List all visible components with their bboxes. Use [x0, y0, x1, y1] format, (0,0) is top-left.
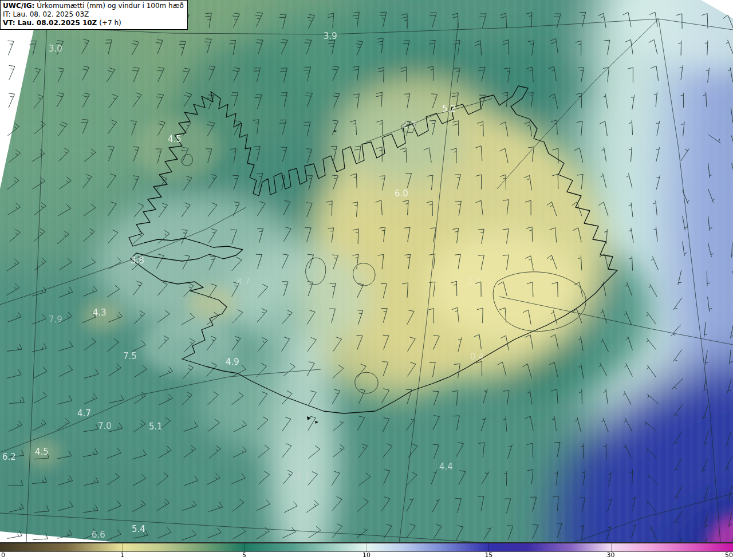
weather-forecast-image: 3.03.94.52.35.26.03.88.74.37.97.54.94.77… — [0, 0, 733, 560]
product-title: Úrkomumætti (mm) og vindur i 100m hæð — [37, 2, 184, 10]
contour-label: 5.2 — [442, 104, 456, 114]
contour-label: 4.5 — [168, 134, 182, 144]
contour-label: 3.8 — [131, 255, 144, 266]
colorbar-labels: 01510153050 — [0, 552, 733, 559]
colorbar: 01510153050 — [0, 543, 733, 560]
contour-label: 6.2 — [2, 452, 16, 462]
colorbar-gradient — [0, 543, 733, 552]
contour-label: 5.4 — [132, 524, 145, 534]
contour-label: 10.1 — [291, 471, 310, 482]
contour-label: 7.9 — [49, 314, 62, 325]
product-code: UWC/IG: — [3, 2, 34, 10]
init-time-line: IT: Lau. 08. 02. 2025 03Z — [3, 10, 184, 19]
valid-time: VT: Lau. 08.02.2025 10Z — [3, 19, 97, 27]
contour-label: 4.9 — [226, 357, 239, 367]
contour-label: 0.4 — [470, 352, 484, 362]
contour-label: 4.7 — [77, 408, 91, 419]
valid-time-line: VT: Lau. 08.02.2025 10Z(+7 h) — [3, 19, 184, 27]
contour-label: 5.1 — [149, 421, 163, 432]
title-box: UWC/IG:Úrkomumætti (mm) og vindur i 100m… — [0, 0, 188, 30]
colorbar-tick — [366, 543, 367, 552]
contour-label: 1.1 — [467, 277, 481, 287]
contour-label: 3.0 — [49, 44, 62, 54]
colorbar-tick-label: 15 — [484, 551, 492, 559]
contour-label: 4.3 — [93, 307, 107, 318]
contour-label: 7.5 — [123, 351, 137, 361]
contour-label: 4.5 — [35, 447, 49, 457]
valid-offset: (+7 h) — [99, 19, 121, 27]
colorbar-tick-label: 5 — [242, 551, 246, 559]
precipitation-field — [0, 0, 733, 543]
contour-label: 2.3 — [403, 120, 416, 130]
weather-map: 3.03.94.52.35.26.03.88.74.37.97.54.94.77… — [0, 0, 733, 543]
colorbar-tick — [245, 543, 245, 552]
contour-label: 7.0 — [98, 421, 112, 431]
colorbar-tick — [122, 543, 123, 552]
colorbar-tick-label: 10 — [362, 551, 371, 559]
contour-label: 8.7 — [237, 277, 250, 287]
contour-label: 3.9 — [324, 31, 337, 41]
colorbar-tick — [611, 543, 612, 552]
colorbar-tick-label: 30 — [607, 551, 615, 559]
contour-label: 6.6 — [92, 530, 105, 540]
colorbar-tick — [488, 543, 489, 552]
colorbar-tick-label: 50 — [725, 551, 733, 559]
colorbar-tick-label: 1 — [120, 551, 124, 559]
contour-label: 6.0 — [395, 188, 408, 199]
colorbar-tick-label: 0 — [1, 551, 5, 559]
title-line: UWC/IG:Úrkomumætti (mm) og vindur i 100m… — [3, 2, 184, 10]
contour-label: 4.4 — [439, 462, 453, 472]
